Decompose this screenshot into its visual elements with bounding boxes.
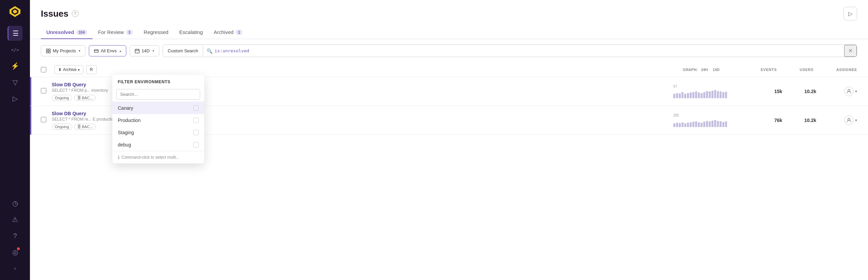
issue-tag-bac: 🗄 BAC... [74, 95, 96, 101]
issue-assignee-cell: ▾ [816, 87, 857, 96]
tab-unresolved[interactable]: Unresolved 334 [41, 26, 93, 39]
select-all-checkbox[interactable] [41, 67, 46, 72]
issue-users-cell: 10.2k [782, 118, 816, 123]
issue-checkbox-cell [41, 117, 52, 124]
sidebar-item-play[interactable]: ▷ [7, 91, 22, 106]
run-icon: ▷ [848, 11, 852, 17]
bar [701, 123, 703, 127]
help-icon[interactable]: ? [72, 10, 79, 17]
users-column-header: USERS [779, 68, 814, 72]
tab-archived[interactable]: Archived 1 [208, 26, 248, 39]
sidebar-item-filter[interactable]: ▽ [7, 75, 22, 90]
select-all-checkbox-cell [41, 67, 52, 72]
env-item-debug[interactable]: debug [112, 139, 204, 151]
dropdown-hint-text: Command-click to select multi... [122, 155, 179, 160]
assignee-avatar[interactable] [844, 116, 854, 125]
bar [687, 123, 689, 127]
info-icon: ℹ [118, 155, 119, 160]
assignee-chevron-icon[interactable]: ▾ [855, 118, 857, 123]
filter-icon: ▽ [13, 78, 18, 86]
bar [692, 92, 694, 98]
graph-24h-button[interactable]: 24h [700, 67, 709, 72]
play-icon: ▷ [13, 94, 18, 103]
env-staging-checkbox[interactable] [193, 130, 199, 135]
env-debug-checkbox[interactable] [193, 142, 199, 147]
issue-checkbox[interactable] [41, 117, 46, 122]
issue-events-cell: 15k [748, 89, 782, 94]
bar [722, 122, 724, 127]
my-projects-button[interactable]: My Projects ▾ [41, 45, 85, 56]
env-item-canary[interactable]: Canary [112, 102, 204, 114]
sidebar-item-alert[interactable]: ⚠ [7, 212, 22, 227]
all-envs-button[interactable]: All Envs ▴ [89, 45, 126, 56]
env-canary-label: Canary [118, 105, 133, 111]
resolve-button[interactable]: R [86, 65, 97, 74]
issue-tag-ongoing: Ongoing [52, 124, 72, 130]
graph-14d-button[interactable]: 14d [711, 67, 721, 72]
issue-checkbox[interactable] [41, 88, 46, 93]
issue-tag-ongoing: Ongoing [52, 95, 72, 101]
sidebar-item-question[interactable]: ? [7, 228, 22, 243]
lightning-icon: ⚡ [11, 62, 19, 70]
sidebar-item-clock[interactable]: ◷ [7, 196, 22, 211]
bar [706, 91, 708, 98]
bar [692, 122, 694, 127]
env-item-production[interactable]: Production [112, 114, 204, 126]
sidebar-item-issues[interactable]: ☰ [7, 26, 22, 41]
assignee-chevron-icon[interactable]: ▾ [855, 89, 857, 94]
tab-archived-label: Archived [214, 29, 234, 35]
clear-search-button[interactable]: ✕ [844, 45, 857, 57]
env-production-checkbox[interactable] [193, 118, 199, 123]
bar [676, 93, 678, 98]
archive-icon: ⬇ [58, 67, 62, 72]
sidebar-item-radio[interactable]: ◎ [7, 245, 22, 260]
bar [695, 91, 697, 98]
archive-label: Archive [63, 67, 77, 72]
bar [690, 122, 692, 127]
bar [673, 123, 675, 127]
sidebar-expand-button[interactable]: › [7, 261, 22, 276]
clock-icon: ◷ [12, 199, 18, 207]
issue-tag-bac: 🗄 BAC... [74, 124, 96, 130]
resolve-label: R [90, 67, 93, 72]
period-chevron-icon: ▾ [152, 49, 154, 53]
issue-assignee-cell: ▾ [816, 116, 857, 125]
assignee-column-header: ASSIGNEE [816, 68, 857, 72]
bar [725, 121, 727, 127]
period-button[interactable]: 14D ▾ [130, 45, 159, 56]
env-debug-label: debug [118, 142, 131, 147]
sidebar-item-code[interactable]: </> [7, 42, 22, 57]
assignee-avatar[interactable] [844, 87, 854, 96]
bar [709, 121, 711, 127]
tab-for-review-label: For Review [98, 29, 124, 35]
logo[interactable] [7, 4, 22, 19]
tab-escalating[interactable]: Escalating [174, 26, 208, 39]
tab-for-review[interactable]: For Review 3 [93, 26, 138, 39]
sidebar-item-lightning[interactable]: ⚡ [7, 58, 22, 73]
issue-graph-cell: 57 [673, 85, 748, 98]
issue-events-cell: 76k [748, 118, 782, 123]
page-title: Issues [41, 8, 68, 19]
env-canary-checkbox[interactable] [193, 105, 199, 111]
archive-button[interactable]: ⬇ Archive ▾ [54, 65, 83, 74]
radio-icon: ◎ [12, 248, 18, 256]
env-item-staging[interactable]: Staging [112, 126, 204, 139]
tab-regressed-label: Regressed [144, 29, 168, 35]
bar [711, 91, 713, 98]
tag-db-icon: 🗄 [77, 125, 81, 129]
issue-accent-bar [30, 106, 31, 135]
bar [679, 93, 681, 98]
projects-icon [46, 49, 51, 53]
tab-regressed[interactable]: Regressed [138, 26, 174, 39]
dropdown-search-input[interactable] [116, 89, 200, 100]
question-icon: ? [13, 232, 17, 240]
tab-for-review-badge: 3 [126, 30, 133, 35]
bar [722, 92, 724, 98]
bar [679, 123, 681, 127]
bar [681, 92, 684, 98]
tab-archived-badge: 1 [236, 30, 242, 35]
run-button[interactable]: ▷ [843, 7, 857, 20]
bar [676, 123, 678, 127]
custom-search-area: Custom Search 🔍 is:unresolved ✕ [163, 45, 857, 57]
bar [698, 92, 700, 98]
